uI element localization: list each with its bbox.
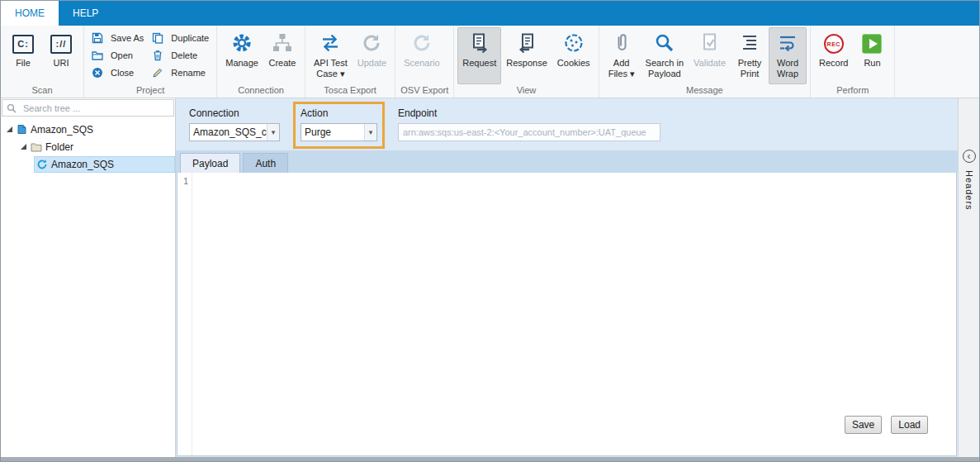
headers-panel-collapsed: ‹ Headers bbox=[958, 98, 979, 457]
close-label: Close bbox=[111, 68, 134, 78]
request-view-button[interactable]: Request bbox=[457, 27, 501, 84]
tab-payload[interactable]: Payload bbox=[180, 153, 240, 173]
connection-field: Connection Amazon_SQS_cc ▾ bbox=[189, 107, 280, 141]
expand-arrow-icon[interactable] bbox=[7, 126, 12, 132]
window-bottom-edge bbox=[1, 457, 979, 461]
connection-value: Amazon_SQS_cc bbox=[190, 126, 267, 138]
headers-panel-label[interactable]: Headers bbox=[964, 170, 974, 211]
group-label-connection: Connection bbox=[219, 84, 303, 98]
payload-editor-content[interactable] bbox=[192, 173, 956, 455]
ribbon-tabbar: HOME HELP bbox=[1, 1, 979, 26]
group-label-message: Message bbox=[601, 84, 808, 98]
paperclip-icon bbox=[611, 32, 632, 56]
file-icon: C: bbox=[12, 35, 34, 54]
run-label: Run bbox=[864, 58, 880, 69]
delete-button[interactable]: Delete bbox=[152, 50, 209, 61]
ribbon-group-project: Save As Open Close Duplicate bbox=[84, 26, 217, 98]
save-as-label: Save As bbox=[111, 33, 144, 43]
create-connection-button[interactable]: Create bbox=[263, 27, 301, 84]
ribbon-group-perform: REC Record Run Perform bbox=[811, 26, 895, 98]
duplicate-button[interactable]: Duplicate bbox=[152, 32, 209, 44]
save-button[interactable]: Save bbox=[845, 416, 882, 434]
run-button[interactable]: Run bbox=[853, 27, 891, 84]
pretty-print-label: Pretty Print bbox=[738, 58, 762, 79]
manage-connection-button[interactable]: Manage bbox=[220, 27, 263, 84]
tree-node-folder[interactable]: Folder bbox=[1, 138, 175, 155]
open-label: Open bbox=[111, 50, 133, 60]
cookie-icon bbox=[563, 32, 585, 56]
group-label-scan: Scan bbox=[2, 84, 82, 98]
api-test-case-button[interactable]: API Test Case ▾ bbox=[309, 27, 353, 84]
uri-button[interactable]: :// URI bbox=[42, 27, 80, 84]
file-button-label: File bbox=[16, 58, 31, 69]
expand-arrow-icon[interactable] bbox=[21, 144, 26, 150]
load-button[interactable]: Load bbox=[891, 416, 928, 434]
validate-button[interactable]: Validate bbox=[689, 27, 731, 84]
rename-button[interactable]: Rename bbox=[152, 67, 209, 79]
project-node-icon bbox=[17, 124, 27, 135]
service-refresh-icon bbox=[36, 159, 48, 170]
close-button[interactable]: Close bbox=[92, 67, 144, 79]
ribbon-group-connection: Manage Create Connection bbox=[217, 26, 305, 98]
record-label: Record bbox=[819, 58, 848, 69]
add-files-button[interactable]: Add Files ▾ bbox=[603, 27, 641, 84]
sitemap-icon bbox=[272, 32, 293, 56]
chevron-down-icon: ▾ bbox=[267, 124, 279, 141]
connection-label: Connection bbox=[189, 107, 280, 119]
action-value: Purge bbox=[301, 126, 364, 138]
record-button[interactable]: REC Record bbox=[814, 27, 853, 84]
tab-home[interactable]: HOME bbox=[1, 1, 59, 26]
ribbon-group-message: Add Files ▾ Search in Payload Validate P… bbox=[599, 26, 811, 98]
pretty-print-button[interactable]: Pretty Print bbox=[731, 27, 769, 84]
uri-button-label: URI bbox=[54, 58, 69, 69]
tab-auth[interactable]: Auth bbox=[243, 153, 288, 173]
content-area: Amazon_SQS Folder Amazon_SQS bbox=[1, 98, 979, 457]
action-select[interactable]: Purge ▾ bbox=[301, 123, 377, 141]
endpoint-input[interactable] bbox=[398, 123, 660, 141]
ribbon: C: File :// URI Scan Save As bbox=[1, 26, 979, 98]
tree-search bbox=[2, 99, 174, 117]
response-view-button[interactable]: Response bbox=[501, 27, 552, 84]
tree-node-service[interactable]: Amazon_SQS bbox=[1, 155, 175, 173]
ribbon-group-view: Request Response Cookies View bbox=[454, 26, 599, 98]
action-field: Action Purge ▾ bbox=[301, 107, 377, 141]
file-button[interactable]: C: File bbox=[4, 27, 42, 84]
line-number: 1 bbox=[183, 176, 188, 186]
validate-check-icon bbox=[699, 32, 721, 56]
gear-icon bbox=[231, 32, 253, 56]
tab-help[interactable]: HELP bbox=[59, 1, 112, 26]
request-settings-bar: Connection Amazon_SQS_cc ▾ Action Purge … bbox=[176, 98, 958, 150]
connection-select[interactable]: Amazon_SQS_cc ▾ bbox=[189, 123, 280, 141]
refresh-icon bbox=[361, 32, 382, 56]
tree-search-input[interactable] bbox=[23, 103, 169, 113]
chevron-down-icon: ▾ bbox=[364, 124, 376, 141]
group-label-project: Project bbox=[86, 84, 215, 98]
rename-label: Rename bbox=[171, 68, 206, 78]
scenario-button[interactable]: Scenario bbox=[399, 27, 444, 84]
tree-node-label: Folder bbox=[45, 141, 73, 153]
word-wrap-button[interactable]: Word Wrap bbox=[769, 27, 807, 84]
rec-badge: REC bbox=[827, 41, 840, 47]
word-wrap-icon bbox=[777, 32, 798, 56]
search-in-payload-label: Search in Payload bbox=[646, 58, 684, 79]
delete-label: Delete bbox=[171, 50, 197, 60]
request-editor-area: Connection Amazon_SQS_cc ▾ Action Purge … bbox=[176, 98, 958, 457]
open-button[interactable]: Open bbox=[92, 50, 144, 61]
uri-icon: :// bbox=[50, 35, 72, 54]
search-in-payload-button[interactable]: Search in Payload bbox=[641, 27, 689, 84]
save-as-button[interactable]: Save As bbox=[92, 32, 144, 44]
exchange-arrows-icon bbox=[320, 32, 341, 56]
tree-node-root[interactable]: Amazon_SQS bbox=[1, 121, 175, 138]
payload-editor: 1 Save Load bbox=[177, 173, 957, 456]
tree-node-label: Amazon_SQS bbox=[31, 124, 93, 136]
group-label-tosca-export: Tosca Export bbox=[307, 84, 393, 98]
cookies-view-button[interactable]: Cookies bbox=[552, 27, 595, 84]
ribbon-group-osv-export: Scenario OSV Export bbox=[395, 26, 454, 98]
group-label-perform: Perform bbox=[812, 84, 892, 98]
update-button[interactable]: Update bbox=[353, 27, 391, 84]
application-window: HOME HELP C: File :// URI Scan bbox=[0, 0, 980, 462]
close-icon bbox=[92, 67, 103, 79]
trash-icon bbox=[152, 50, 163, 61]
group-label-view: View bbox=[456, 84, 596, 98]
expand-headers-chevron-icon[interactable]: ‹ bbox=[963, 150, 976, 163]
